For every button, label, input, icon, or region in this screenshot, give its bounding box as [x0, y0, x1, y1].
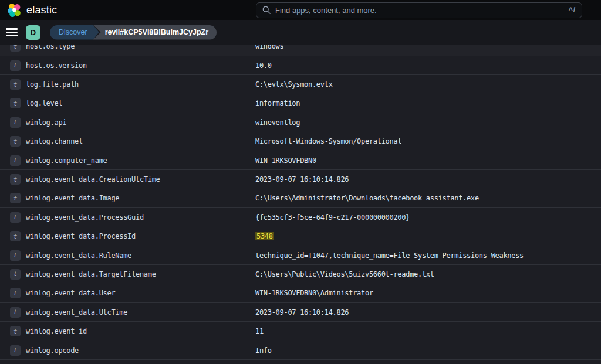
- breadcrumb: Discover revil#kCP5VI8BIBuimJCyJpZr: [50, 25, 217, 40]
- string-type-icon: t: [10, 250, 21, 261]
- field-value: 5348: [255, 232, 601, 240]
- field-value: 2023-09-07 16:10:14.826: [255, 175, 601, 183]
- field-row[interactable]: t winlog.channel Microsoft-Windows-Sysmo…: [0, 132, 601, 151]
- elastic-logo[interactable]: elastic: [0, 3, 57, 18]
- field-cell: t winlog.computer_name: [0, 155, 255, 166]
- field-name: winlog.event_data.ProcessId: [26, 232, 136, 240]
- field-row[interactable]: t host.os.version 10.0: [0, 56, 601, 75]
- breadcrumb-discover[interactable]: Discover: [50, 25, 99, 40]
- field-cell: t winlog.event_data.Image: [0, 193, 255, 203]
- field-row[interactable]: t log.file.path C:\evtx\Sysmon.evtx: [0, 75, 601, 94]
- field-name: winlog.event_id: [26, 327, 87, 335]
- string-type-icon: t: [10, 288, 21, 298]
- field-value: C:\evtx\Sysmon.evtx: [255, 80, 601, 89]
- field-value: C:\Users\Administrator\Downloads\faceboo…: [255, 194, 601, 202]
- field-value: wineventlog: [255, 118, 601, 127]
- field-value: 10.0: [255, 62, 601, 70]
- field-name: winlog.channel: [26, 137, 83, 145]
- field-row[interactable]: t winlog.event_data.ProcessId 5348: [0, 227, 601, 246]
- doc-table: t host.os.type windows t host.os.version…: [0, 45, 601, 360]
- field-row[interactable]: t winlog.event_data.CreationUtcTime 2023…: [0, 170, 601, 189]
- field-row[interactable]: t log.level information: [0, 94, 601, 113]
- search-icon: [262, 6, 271, 14]
- field-name: winlog.opcode: [26, 346, 79, 355]
- field-value: Microsoft-Windows-Sysmon/Operational: [255, 137, 601, 145]
- field-value: technique_id=T1047,technique_name=File S…: [255, 251, 601, 260]
- field-row[interactable]: t winlog.event_data.RuleName technique_i…: [0, 246, 601, 265]
- string-type-icon: t: [10, 117, 21, 128]
- string-type-icon: t: [10, 174, 21, 185]
- field-cell: t winlog.event_id: [0, 326, 255, 336]
- field-row[interactable]: t host.os.type windows: [0, 45, 601, 56]
- string-type-icon: t: [10, 155, 21, 166]
- discover-app-badge: D: [26, 25, 40, 40]
- string-type-icon: t: [10, 212, 21, 223]
- string-type-icon: t: [10, 231, 21, 241]
- field-cell: t log.file.path: [0, 79, 255, 90]
- field-cell: t winlog.channel: [0, 136, 255, 147]
- field-cell: t winlog.event_data.RuleName: [0, 250, 255, 261]
- field-cell: t winlog.event_data.CreationUtcTime: [0, 174, 255, 185]
- field-value: information: [255, 99, 601, 107]
- field-cell: t host.os.type: [0, 45, 255, 52]
- field-row[interactable]: t winlog.event_id 11: [0, 322, 601, 341]
- field-cell: t winlog.event_data.UtcTime: [0, 307, 255, 318]
- field-value: WIN-1RKSOVFDBN0: [255, 157, 601, 165]
- field-value: WIN-1RKSOVFDBN0\Administrator: [255, 289, 601, 297]
- field-row[interactable]: t winlog.opcode Info: [0, 341, 601, 360]
- menu-icon[interactable]: [6, 26, 18, 38]
- field-name: winlog.event_data.RuleName: [26, 251, 131, 260]
- doc-viewer: t host.os.type windows t host.os.version…: [0, 45, 601, 364]
- field-name: host.os.type: [26, 45, 75, 50]
- string-type-icon: t: [10, 45, 21, 52]
- field-row[interactable]: t winlog.event_data.TargetFilename C:\Us…: [0, 265, 601, 284]
- field-cell: t winlog.opcode: [0, 345, 255, 356]
- field-cell: t winlog.api: [0, 117, 255, 128]
- field-value: C:\Users\Public\Videos\5uizv5660t-readme…: [255, 270, 601, 278]
- breadcrumb-bar: D Discover revil#kCP5VI8BIBuimJCyJpZr: [0, 20, 601, 45]
- breadcrumb-saved-search: revil#kCP5VI8BIBuimJCyJpZr: [93, 25, 217, 40]
- field-value: 2023-09-07 16:10:14.826: [255, 308, 601, 317]
- elastic-logo-icon: [7, 3, 22, 18]
- field-name: winlog.event_data.User: [26, 289, 115, 297]
- string-type-icon: t: [10, 60, 21, 71]
- field-cell: t host.os.version: [0, 60, 255, 71]
- field-name: winlog.event_data.UtcTime: [26, 308, 127, 317]
- string-type-icon: t: [10, 269, 21, 280]
- string-type-icon: t: [10, 79, 21, 90]
- field-value: Info: [255, 346, 601, 355]
- field-name: winlog.computer_name: [26, 157, 107, 165]
- field-row[interactable]: t winlog.computer_name WIN-1RKSOVFDBN0: [0, 151, 601, 170]
- global-search[interactable]: ^/: [256, 2, 582, 18]
- field-cell: t winlog.event_data.User: [0, 288, 255, 298]
- field-name: winlog.event_data.Image: [26, 194, 119, 202]
- string-type-icon: t: [10, 326, 21, 336]
- field-name: winlog.event_data.ProcessGuid: [26, 213, 144, 222]
- string-type-icon: t: [10, 307, 21, 318]
- field-value: 11: [255, 327, 601, 335]
- brand-name: elastic: [26, 4, 57, 16]
- field-name: winlog.event_data.TargetFilename: [26, 270, 156, 278]
- string-type-icon: t: [10, 98, 21, 108]
- string-type-icon: t: [10, 136, 21, 147]
- field-name: log.level: [26, 99, 62, 107]
- global-header: elastic ^/: [0, 0, 601, 20]
- field-name: winlog.event_data.CreationUtcTime: [26, 175, 160, 183]
- string-type-icon: t: [10, 345, 21, 356]
- field-row[interactable]: t winlog.api wineventlog: [0, 113, 601, 132]
- field-row[interactable]: t winlog.event_data.Image C:\Users\Admin…: [0, 189, 601, 208]
- field-row[interactable]: t winlog.event_data.User WIN-1RKSOVFDBN0…: [0, 284, 601, 303]
- field-cell: t log.level: [0, 98, 255, 108]
- string-type-icon: t: [10, 193, 21, 203]
- field-name: host.os.version: [26, 62, 87, 70]
- field-cell: t winlog.event_data.ProcessId: [0, 231, 255, 241]
- field-row[interactable]: t winlog.event_data.UtcTime 2023-09-07 1…: [0, 303, 601, 322]
- search-shortcut-hint: ^/: [569, 6, 576, 14]
- field-value: {fc535cf3-f5ce-64f9-c217-000000000200}: [255, 213, 601, 222]
- field-cell: t winlog.event_data.TargetFilename: [0, 269, 255, 280]
- field-name: log.file.path: [26, 80, 79, 89]
- field-row[interactable]: t winlog.event_data.ProcessGuid {fc535cf…: [0, 208, 601, 227]
- field-value: windows: [255, 45, 601, 50]
- field-name: winlog.api: [26, 118, 66, 127]
- search-input[interactable]: [275, 6, 564, 15]
